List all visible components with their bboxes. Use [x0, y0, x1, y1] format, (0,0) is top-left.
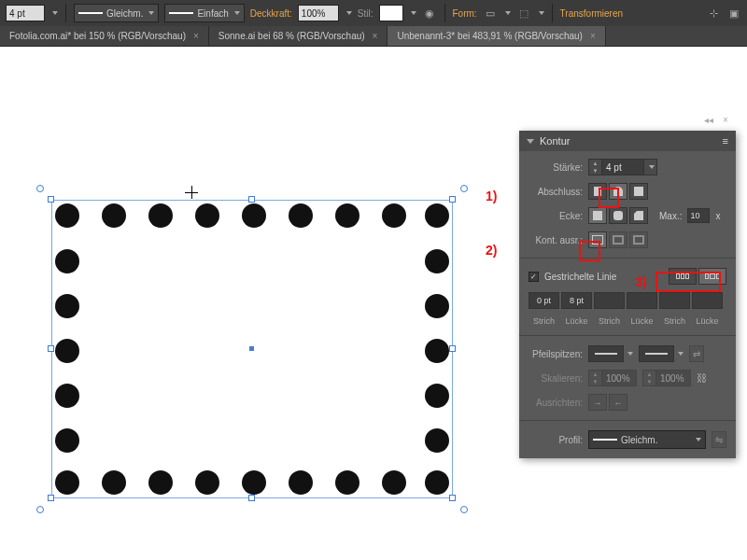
dashed-checkbox[interactable]: ✓ — [529, 272, 539, 282]
path-dot[interactable] — [55, 339, 79, 363]
arrowhead-start-dropdown[interactable] — [588, 345, 633, 362]
close-icon[interactable]: × — [193, 31, 199, 41]
dash-align-exact-button[interactable] — [669, 268, 697, 285]
step-up-icon[interactable]: ▲ — [589, 160, 601, 167]
path-dot[interactable] — [425, 203, 449, 228]
resize-handle[interactable] — [48, 196, 54, 203]
dash-cell[interactable]: 0 pt — [529, 292, 559, 309]
chevron-down-icon[interactable] — [52, 11, 58, 15]
path-dot[interactable] — [425, 249, 449, 273]
step-down-icon[interactable]: ▼ — [589, 167, 601, 175]
path-dot[interactable] — [102, 470, 126, 495]
path-dot[interactable] — [242, 203, 266, 228]
chevron-down-icon[interactable] — [346, 11, 352, 15]
path-dot[interactable] — [335, 203, 359, 228]
scale-start-input[interactable] — [601, 370, 637, 386]
arrow-scale-end[interactable]: ▲▼ — [642, 370, 691, 386]
path-dot[interactable] — [55, 203, 79, 228]
dash-cell[interactable] — [627, 292, 657, 309]
resize-handle[interactable] — [48, 345, 54, 352]
path-dot[interactable] — [425, 294, 449, 318]
path-dot[interactable] — [55, 249, 79, 273]
dash-cell[interactable]: 8 pt — [561, 292, 592, 309]
arrow-scale-start[interactable]: ▲▼ — [588, 370, 637, 386]
document-tab[interactable]: Unbenannt-3* bei 483,91 % (RGB/Vorschau)… — [388, 26, 605, 46]
corner-bevel-button[interactable] — [629, 207, 648, 224]
cap-projecting-button[interactable] — [629, 183, 648, 200]
align-inside-button[interactable] — [609, 231, 627, 248]
resize-handle[interactable] — [449, 196, 456, 203]
rotate-handle[interactable] — [36, 506, 44, 513]
swap-arrowheads-button[interactable]: ⇄ — [689, 345, 704, 362]
resize-handle[interactable] — [248, 196, 255, 203]
rotate-handle[interactable] — [460, 185, 468, 192]
convert-icon[interactable]: ⬚ — [516, 6, 531, 21]
rotate-handle[interactable] — [36, 185, 44, 192]
pin-icon[interactable]: ⊹ — [706, 6, 721, 21]
cap-butt-button[interactable] — [588, 183, 607, 200]
shape-icon[interactable]: ▭ — [483, 6, 498, 21]
close-icon[interactable]: × — [590, 31, 596, 41]
dash-cell[interactable] — [594, 292, 625, 309]
path-dot[interactable] — [425, 428, 449, 453]
document-tab[interactable]: Sonne.ai bei 68 % (RGB/Vorschau) × — [209, 26, 388, 46]
selection-bounding-box[interactable] — [51, 200, 453, 498]
path-dot[interactable] — [55, 428, 79, 453]
panel-close-icon[interactable]: × — [719, 114, 732, 127]
fullscreen-icon[interactable]: ▣ — [726, 6, 741, 21]
arrowhead-end-dropdown[interactable] — [639, 345, 684, 362]
path-dot[interactable] — [425, 339, 449, 363]
stroke-panel[interactable]: ◂◂ × Kontur ≡ Stärke: ▲▼ Abschluss: Ecke… — [519, 131, 736, 458]
path-dot[interactable] — [55, 294, 79, 318]
path-dot[interactable] — [195, 203, 219, 228]
dash-cell[interactable] — [692, 292, 723, 309]
stroke-profile-dropdown[interactable]: Gleichm. — [74, 4, 159, 22]
dash-cell[interactable] — [659, 292, 690, 309]
path-dot[interactable] — [102, 203, 126, 228]
weight-input[interactable] — [601, 159, 644, 175]
link-icon[interactable]: ⛓ — [697, 372, 708, 384]
miter-limit-input[interactable] — [687, 208, 710, 223]
panel-collapse-icon[interactable]: ◂◂ — [702, 114, 715, 127]
scale-end-input[interactable] — [655, 370, 691, 386]
close-icon[interactable]: × — [373, 31, 378, 41]
path-dot[interactable] — [289, 203, 313, 228]
style-swatch[interactable] — [379, 5, 403, 21]
path-dot[interactable] — [382, 470, 406, 495]
path-dot[interactable] — [425, 470, 449, 495]
brush-dropdown[interactable]: Einfach — [164, 4, 244, 22]
resize-handle[interactable] — [48, 495, 54, 501]
document-tab[interactable]: Fotolia.com.ai* bei 150 % (RGB/Vorschau)… — [0, 26, 209, 46]
chevron-down-icon[interactable] — [411, 11, 416, 15]
profile-dropdown[interactable]: Gleichm. — [588, 430, 706, 449]
chevron-down-icon[interactable] — [644, 159, 657, 175]
corner-round-button[interactable] — [609, 207, 627, 224]
resize-handle[interactable] — [449, 345, 456, 352]
resize-handle[interactable] — [248, 495, 255, 501]
opacity-field[interactable] — [298, 5, 339, 21]
chevron-down-icon[interactable] — [505, 11, 511, 15]
path-dot[interactable] — [55, 470, 79, 495]
panel-menu-icon[interactable]: ≡ — [723, 135, 728, 147]
transform-label[interactable]: Transformieren — [560, 8, 623, 19]
cap-round-button[interactable] — [609, 183, 627, 200]
path-dot[interactable] — [335, 470, 359, 495]
info-icon[interactable]: ◉ — [422, 6, 437, 21]
align-outside-button[interactable] — [629, 231, 648, 248]
corner-miter-button[interactable] — [588, 207, 607, 224]
center-point[interactable] — [249, 346, 254, 351]
path-dot[interactable] — [195, 470, 219, 495]
path-dot[interactable] — [148, 203, 173, 228]
rotate-handle[interactable] — [460, 506, 468, 513]
flip-profile-button[interactable]: ⇋ — [712, 431, 726, 448]
stroke-weight-field[interactable] — [6, 5, 45, 21]
path-dot[interactable] — [382, 203, 406, 228]
path-dot[interactable] — [425, 384, 449, 408]
arrow-align-tip-button[interactable]: → — [588, 394, 607, 411]
panel-tab[interactable]: Kontur ≡ — [519, 131, 736, 151]
dash-align-corners-button[interactable] — [698, 268, 726, 285]
align-center-button[interactable] — [588, 231, 607, 248]
path-dot[interactable] — [289, 470, 313, 495]
chevron-down-icon[interactable] — [539, 11, 544, 15]
weight-field[interactable]: ▲▼ — [588, 159, 657, 175]
